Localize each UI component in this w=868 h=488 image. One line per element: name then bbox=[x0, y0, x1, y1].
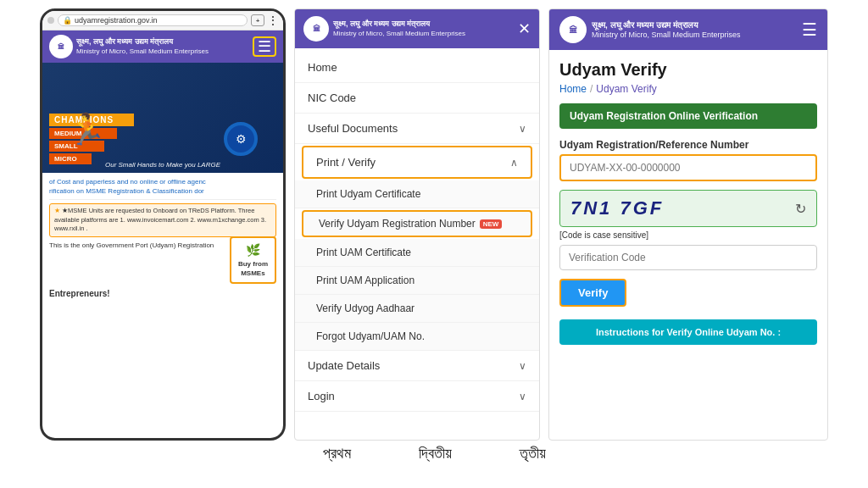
reference-number-input[interactable] bbox=[559, 154, 817, 181]
refresh-captcha-icon[interactable]: ↻ bbox=[795, 201, 806, 217]
phone-1: 🔒 udyamregistration.gov.in + ⋮ 🏛 सूक्ष्म… bbox=[40, 8, 286, 441]
marquee-line1: of Cost and paperless and no online or o… bbox=[49, 177, 276, 186]
ministry-subtitle-english: Ministry of Micro, Small Medium Enterpri… bbox=[76, 47, 209, 56]
reference-number-group: Udyam Registration/Reference Number bbox=[559, 139, 817, 181]
captcha-value: 7N1 7GF bbox=[570, 197, 664, 219]
tab-icon[interactable]: + bbox=[251, 14, 264, 26]
header-logo: 🏛 सूक्ष्म, लघु और मध्यम उद्यम मंत्रालय M… bbox=[49, 35, 209, 58]
phone1-header: 🏛 सूक्ष्म, लघु और मध्यम उद्यम मंत्रालय M… bbox=[42, 30, 283, 63]
ref-number-label: Udyam Registration/Reference Number bbox=[559, 139, 817, 151]
submenu-label: Verify Udyog Aadhaar bbox=[316, 302, 415, 314]
buy-btn-label: Buy fromMSMEs bbox=[238, 259, 268, 278]
menu-item-useful-docs[interactable]: Useful Documents ∨ bbox=[295, 114, 539, 144]
header-text-block: सूक्ष्म, लघु और मध्यम उद्यम मंत्रालय Min… bbox=[76, 37, 209, 56]
menu-item-home[interactable]: Home bbox=[295, 53, 539, 83]
captcha-hint: [Code is case sensitive] bbox=[559, 230, 817, 240]
buy-from-msmes-button[interactable]: 🌿 Buy fromMSMEs bbox=[230, 236, 276, 284]
chevron-up-icon: ∧ bbox=[510, 157, 518, 169]
close-menu-button[interactable]: ✕ bbox=[518, 19, 531, 38]
ministry-subtitle-english: Ministry of Micro, Small Medium Enterpri… bbox=[333, 30, 465, 38]
submenu-label: Print UAM Certificate bbox=[316, 247, 411, 258]
menu-dots[interactable]: ⋮ bbox=[268, 14, 278, 26]
submenu-forgot-udyam[interactable]: Forgot Udyam/UAM No. bbox=[295, 323, 539, 351]
chevron-down-icon: ∨ bbox=[519, 360, 526, 372]
hero-tagline: Our Small Hands to Make you LARGE bbox=[42, 161, 283, 169]
phone1-body: of Cost and paperless and no online or o… bbox=[42, 173, 283, 302]
submenu-label: Print UAM Application bbox=[316, 274, 415, 286]
header-text-block: सूक्ष्म, लघु और मध्यम उद्यम मंत्रालय Min… bbox=[333, 19, 465, 38]
ministry-title-hindi: सूक्ष्म, लघु और मध्यम उद्यम मंत्रालय bbox=[592, 19, 741, 30]
verify-button[interactable]: Verify bbox=[559, 279, 626, 307]
url-text: udyamregistration.gov.in bbox=[75, 16, 157, 25]
section-title-bar: Udyam Registration Online Verification bbox=[559, 103, 817, 129]
hamburger-menu-icon[interactable]: ☰ bbox=[802, 19, 817, 40]
breadcrumb-home-link[interactable]: Home bbox=[559, 83, 587, 95]
submenu-verify-label: Verify Udyam Registration Number bbox=[319, 218, 476, 230]
logo-emblem: 🏛 bbox=[49, 35, 73, 58]
hamburger-menu-icon[interactable]: ☰ bbox=[253, 36, 276, 57]
step-3-label: তৃতীয় bbox=[520, 445, 546, 463]
ashoka-wheel-icon: ⚙ bbox=[224, 122, 258, 156]
instructions-button[interactable]: Instructions for Verify Online Udyam No.… bbox=[559, 319, 817, 345]
star-icon: ★ bbox=[54, 207, 60, 214]
entrepreneurs-label: Entrepreneurs! bbox=[49, 289, 276, 298]
menu-nic-label: NIC Code bbox=[308, 92, 356, 104]
phone-2-menu-panel: 🏛 सूक्ष्म, लघु और मध्यम उद्यम मंत्रालय M… bbox=[294, 8, 540, 441]
step-1-label: প্রথম bbox=[323, 445, 351, 463]
chevron-down-icon: ∨ bbox=[519, 123, 526, 135]
step-labels-row: প্রথম দ্বিতীয় তৃতীয় bbox=[0, 441, 868, 467]
browser-bar: 🔒 udyamregistration.gov.in + ⋮ bbox=[42, 11, 283, 30]
hero-person-icon: 🏃 bbox=[68, 112, 106, 147]
logo-emblem: 🏛 bbox=[559, 16, 587, 43]
menu-home-label: Home bbox=[308, 61, 337, 74]
header-left: 🏛 सूक्ष्म, लघु और मध्यम उद्यम मंत्रालय M… bbox=[303, 16, 465, 42]
submenu-verify-udyog-aadhaar[interactable]: Verify Udyog Aadhaar bbox=[295, 295, 539, 323]
submenu-label: Forgot Udyam/UAM No. bbox=[316, 330, 425, 342]
notice-text: ★MSME Units are requested to Onboard on … bbox=[54, 207, 266, 232]
ministry-title-hindi: सूक्ष्म, लघु और मध्यम उद्यम मंत्रालय bbox=[76, 37, 209, 47]
phone2-header: 🏛 सूक्ष्म, लघु और मध्यम उद्यम मंत्रालय M… bbox=[295, 9, 539, 48]
menu-item-update-details[interactable]: Update Details ∨ bbox=[295, 351, 539, 381]
ministry-title-hindi: सूक्ष्म, लघु और मध्यम उद्यम मंत्रालय bbox=[333, 19, 465, 30]
menu-login-label: Login bbox=[308, 390, 335, 402]
captcha-box: 7N1 7GF ↻ bbox=[559, 190, 817, 227]
submenu-print-uam-cert[interactable]: Print UAM Certificate bbox=[295, 239, 539, 267]
marquee-text-1: of Cost and paperless and no online or o… bbox=[49, 177, 276, 200]
submenu-verify-udyam-reg[interactable]: Verify Udyam Registration Number NEW bbox=[302, 210, 532, 237]
verification-code-input[interactable] bbox=[559, 245, 817, 270]
verification-code-group bbox=[559, 245, 817, 270]
chevron-down-icon: ∨ bbox=[519, 391, 526, 402]
menu-item-print-verify[interactable]: Print / Verify ∧ bbox=[302, 146, 532, 179]
marquee-line2: rification on MSME Registration & Classi… bbox=[49, 186, 276, 196]
breadcrumb: Home / Udyam Verify bbox=[559, 83, 817, 95]
phone-3-verify-panel: 🏛 सूक्ष्म, लघु और मध्यम उद्यम मंत्रालय M… bbox=[548, 8, 828, 441]
lock-icon: 🔒 bbox=[63, 16, 72, 25]
submenu-print-uam-app[interactable]: Print UAM Application bbox=[295, 267, 539, 295]
menu-print-verify-label: Print / Verify bbox=[316, 156, 376, 169]
header-text-block: सूक्ष्म, लघु और मध्यम उद्यम मंत्रालय Min… bbox=[592, 19, 741, 41]
new-badge: NEW bbox=[480, 219, 503, 229]
header-left: 🏛 सूक्ष्म, लघु और मध्यम उद्यम मंत्रालय M… bbox=[559, 16, 741, 43]
menu-useful-docs-label: Useful Documents bbox=[308, 122, 398, 135]
ministry-subtitle-english: Ministry of Micro, Small Medium Enterpri… bbox=[592, 30, 741, 41]
page-title: Udyam Verify bbox=[559, 60, 817, 80]
breadcrumb-separator: / bbox=[590, 83, 593, 95]
msme-icon: 🌿 bbox=[238, 242, 268, 259]
verify-form-content: Udyam Verify Home / Udyam Verify Udyam R… bbox=[549, 50, 827, 440]
menu-item-login[interactable]: Login ∨ bbox=[295, 381, 539, 412]
hero-banner: CHAMPIONS MEDIUM SMALL MICRO 🏃 ⚙ Our Sma… bbox=[42, 63, 283, 173]
submenu-print-udyam-cert[interactable]: Print Udyam Certificate bbox=[295, 180, 539, 208]
logo-emblem: 🏛 bbox=[303, 16, 329, 42]
phone3-header: 🏛 सूक्ष्म, लघु और मध्यम उद्यम मंत्रालय M… bbox=[549, 9, 827, 50]
breadcrumb-current: Udyam Verify bbox=[596, 83, 656, 95]
step-2-label: দ্বিতীয় bbox=[419, 445, 452, 463]
menu-item-nic-code[interactable]: NIC Code bbox=[295, 83, 539, 114]
navigation-menu: Home NIC Code Useful Documents ∨ Print /… bbox=[295, 48, 539, 440]
menu-update-label: Update Details bbox=[308, 359, 380, 372]
browser-close-btn bbox=[47, 17, 54, 24]
submenu-label: Print Udyam Certificate bbox=[316, 188, 420, 200]
url-bar[interactable]: 🔒 udyamregistration.gov.in bbox=[58, 14, 248, 26]
notice-box: ★ ★MSME Units are requested to Onboard o… bbox=[49, 203, 276, 237]
